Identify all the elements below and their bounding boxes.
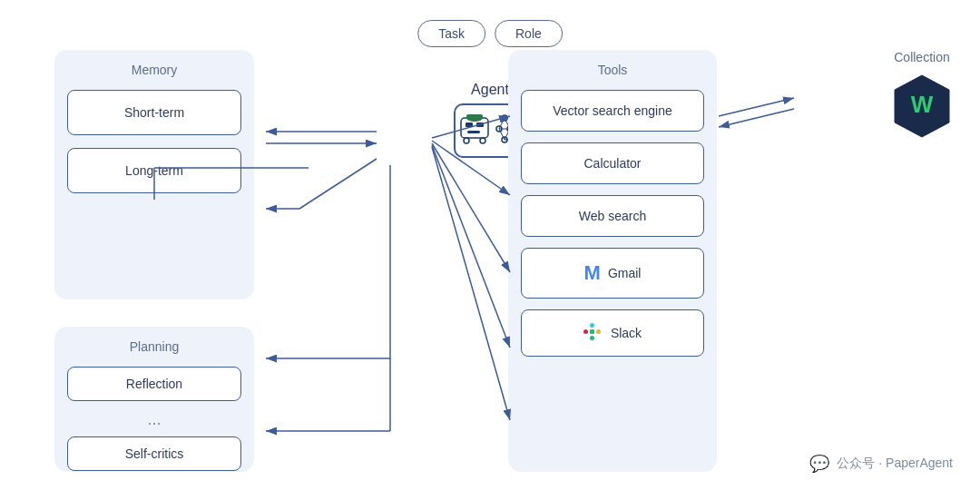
collection-area: Collection W xyxy=(891,50,953,142)
svg-line-41 xyxy=(432,143,510,272)
svg-rect-2 xyxy=(476,122,484,127)
collection-label: Collection xyxy=(891,50,953,64)
watermark-text: 公众号 · PaperAgent xyxy=(837,456,953,472)
short-term-item: Short-term xyxy=(67,90,241,135)
svg-line-42 xyxy=(432,145,510,348)
reflection-item: Reflection xyxy=(67,367,241,401)
svg-point-5 xyxy=(464,138,469,143)
slack-icon xyxy=(583,323,603,343)
web-search-item: Web search xyxy=(521,195,704,237)
svg-rect-24 xyxy=(583,329,588,334)
svg-line-48 xyxy=(719,98,794,116)
dots-item: ... xyxy=(67,410,241,429)
svg-line-35 xyxy=(299,159,377,209)
planning-panel-label: Planning xyxy=(67,339,241,354)
calculator-item: Calculator xyxy=(521,142,704,184)
memory-panel: Memory Short-term Long-term xyxy=(54,50,254,299)
watermark: 💬 公众号 · PaperAgent xyxy=(809,454,953,474)
svg-point-6 xyxy=(480,138,485,143)
task-button[interactable]: Task xyxy=(417,20,485,47)
top-buttons-area: Task Role xyxy=(417,20,563,47)
svg-rect-3 xyxy=(467,131,480,133)
svg-line-43 xyxy=(432,147,510,420)
tools-panel-label: Tools xyxy=(521,63,704,77)
svg-rect-1 xyxy=(466,122,473,127)
svg-rect-26 xyxy=(590,329,594,334)
tools-panel: Tools Vector search engine Calculator We… xyxy=(508,50,717,472)
self-critics-item: Self-critics xyxy=(67,436,241,471)
wechat-icon: 💬 xyxy=(809,454,829,474)
vector-search-item: Vector search engine xyxy=(521,90,704,132)
slack-item: Slack xyxy=(521,309,704,357)
gmail-item: M Gmail xyxy=(521,248,704,299)
svg-text:W: W xyxy=(911,91,934,118)
gmail-icon: M xyxy=(584,261,601,285)
planning-panel: Planning Reflection ... Self-critics xyxy=(54,327,254,472)
svg-rect-27 xyxy=(596,329,601,334)
svg-rect-28 xyxy=(590,336,594,340)
memory-panel-label: Memory xyxy=(67,63,241,77)
diagram-container: Task Role Agent xyxy=(0,0,980,490)
long-term-item: Long-term xyxy=(67,148,241,193)
svg-line-49 xyxy=(719,109,794,127)
svg-rect-23 xyxy=(466,114,483,119)
collection-hexagon: W xyxy=(891,74,953,139)
svg-rect-25 xyxy=(590,323,594,328)
role-button[interactable]: Role xyxy=(495,20,563,47)
